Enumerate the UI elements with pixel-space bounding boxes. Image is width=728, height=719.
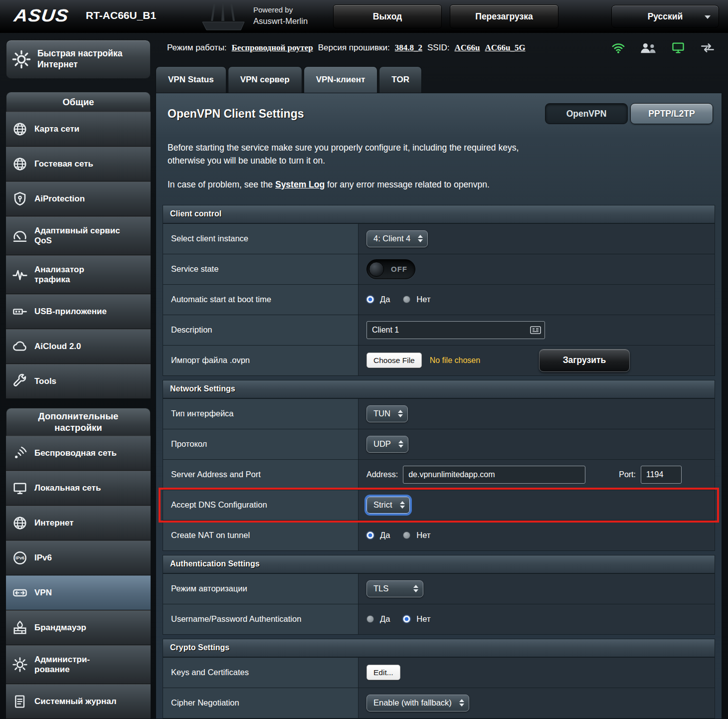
content-panel: OpenVPN Client Settings OpenVPN PPTP/L2T… (156, 93, 722, 719)
cipher-negotiation-select[interactable]: Enable (with fallback) (366, 695, 469, 712)
sidebar-item-lan[interactable]: Локальная сеть (6, 471, 151, 506)
row-label: Server Address and Port (163, 460, 359, 490)
sidebar-item-aicloud[interactable]: AiCloud 2.0 (6, 329, 151, 364)
logout-button[interactable]: Выход (333, 4, 442, 28)
row-label: Протокол (163, 429, 359, 459)
service-state-toggle[interactable]: OFF (366, 259, 415, 279)
usb-icon (12, 304, 28, 320)
chevron-down-icon (705, 15, 711, 19)
sidebar-item-administration[interactable]: Администри- рование (6, 645, 151, 684)
auth-mode-select[interactable]: TLS (366, 580, 423, 597)
userpass-yes-radio[interactable] (366, 615, 374, 623)
sidebar-item-traffic-analyzer[interactable]: Анализатор трафика (6, 255, 151, 294)
pptp-l2tp-toggle-button[interactable]: PPTP/L2TP (630, 103, 713, 124)
sidebar-item-system-log[interactable]: Системный журнал (6, 684, 151, 719)
general-section-header: Общие (6, 92, 151, 112)
protocol-select[interactable]: UDP (366, 436, 408, 453)
nat-yes-radio[interactable] (366, 532, 374, 539)
nat-no-radio[interactable] (403, 532, 410, 539)
sidebar-item-qos[interactable]: Адаптивный сервис QoS (6, 216, 151, 255)
usb-status-icon[interactable] (699, 41, 716, 55)
sidebar-item-firewall[interactable]: Брандмауэр (6, 610, 151, 645)
sidebar-item-label: AiCloud 2.0 (34, 342, 81, 352)
qos-label-2: QoS (34, 236, 120, 246)
tab-tor[interactable]: TOR (379, 66, 422, 93)
section-header-authentication: Authentication Settings (163, 555, 715, 573)
table-row: Тип интерфейса TUN (163, 398, 715, 429)
problem-hint-text: In case of problem, see the System Log f… (168, 180, 715, 190)
table-row: Протокол UDP (163, 429, 715, 459)
intro-text: Before starting the service make sure yo… (168, 141, 715, 168)
autostart-yes-radio[interactable] (366, 296, 374, 303)
tab-vpn-status[interactable]: VPN Status (156, 66, 226, 93)
tab-vpn-client[interactable]: VPN-клиент (304, 66, 378, 93)
qos-label-1: Адаптивный сервис (34, 226, 120, 236)
table-row: Description (163, 315, 715, 345)
page-title: OpenVPN Client Settings (168, 107, 304, 121)
table-row: Service state OFF (163, 254, 715, 284)
system-log-link[interactable]: System Log (275, 180, 325, 189)
edit-keys-button[interactable]: Edit... (366, 665, 400, 680)
port-label: Port: (619, 470, 636, 479)
top-bar: ASUS RT-AC66U_B1 Powered by Asuswrt-Merl… (0, 0, 728, 33)
sidebar-item-wan[interactable]: Интернет (6, 506, 151, 540)
table-row-accept-dns: Accept DNS Configuration Strict (163, 490, 715, 520)
userpass-no-radio[interactable] (403, 615, 410, 623)
nat-no-label: Нет (416, 531, 430, 540)
wifi-status-icon[interactable] (610, 41, 626, 55)
tab-vpn-server[interactable]: VPN сервер (228, 66, 302, 93)
status-icons (610, 41, 716, 55)
description-input[interactable] (366, 321, 545, 339)
cloud-icon (12, 339, 28, 355)
section-header-client-control: Client control (163, 205, 715, 223)
select-arrows-icon (397, 440, 405, 448)
select-arrows-icon (396, 410, 404, 417)
sidebar-item-guest-network[interactable]: Гостевая сеть (6, 147, 151, 181)
server-address-input[interactable] (403, 466, 585, 484)
sidebar-item-quick-setup[interactable]: Быстрая настройка Интернет (6, 40, 151, 79)
server-port-input[interactable] (641, 466, 682, 484)
sidebar-item-usb-application[interactable]: USB-приложение (6, 294, 151, 329)
network-map-icon (12, 121, 28, 137)
sidebar-item-vpn[interactable]: VPN (6, 575, 151, 610)
sidebar-item-aiprotection[interactable]: AiProtection (6, 181, 151, 216)
language-select[interactable]: Русский (611, 5, 719, 28)
upload-button[interactable]: Загрузить (539, 349, 630, 372)
clients-status-icon[interactable] (639, 41, 657, 55)
cipher-negotiation-value: Enable (with fallback) (373, 698, 452, 708)
accept-dns-select[interactable]: Strict (366, 497, 410, 514)
sidebar-item-tools[interactable]: Tools (6, 364, 151, 399)
printer-status-icon[interactable] (670, 41, 686, 55)
table-row: Automatic start at boot time Да Нет (163, 284, 715, 315)
interface-type-select[interactable]: TUN (366, 405, 408, 422)
sidebar-item-label: USB-приложение (34, 307, 107, 317)
client-instance-select[interactable]: 4: Client 4 (366, 230, 428, 247)
toggle-state-label: OFF (391, 265, 407, 273)
reboot-button[interactable]: Перезагрузка (450, 4, 558, 28)
userpass-yes-label: Да (380, 614, 390, 624)
select-arrows-icon (398, 501, 406, 509)
autostart-no-radio[interactable] (403, 296, 410, 303)
address-book-icon[interactable] (530, 326, 541, 334)
sidebar-item-wireless[interactable]: Беспроводная сеть (6, 436, 151, 471)
row-label: Automatic start at boot time (163, 285, 359, 315)
autostart-yes-label: Да (380, 295, 390, 304)
firmware-version-link[interactable]: 384.8_2 (395, 43, 422, 53)
choose-file-button[interactable]: Choose File (366, 353, 422, 368)
sidebar-item-ipv6[interactable]: IPv6 (6, 540, 151, 575)
advanced-section-header: Дополнительные настройки (6, 408, 151, 436)
globe-icon (12, 515, 28, 531)
traffic-label-1: Анализатор (34, 265, 84, 275)
row-label: Service state (163, 254, 359, 284)
select-arrows-icon (412, 585, 420, 592)
table-row: Cipher Negotiation Enable (with fallback… (163, 688, 715, 718)
operation-mode-link[interactable]: Беспроводной роутер (232, 43, 313, 53)
document-icon (12, 694, 28, 710)
ssid-5g-link[interactable]: AC66u_5G (485, 43, 525, 53)
sidebar-item-label: Интернет (34, 518, 73, 528)
ssid-24g-link[interactable]: AC66u (454, 43, 480, 53)
openvpn-toggle-button[interactable]: OpenVPN (545, 103, 628, 124)
select-arrows-icon (416, 235, 424, 242)
interface-type-value: TUN (373, 409, 390, 418)
sidebar-item-network-map[interactable]: Карта сети (6, 112, 151, 147)
